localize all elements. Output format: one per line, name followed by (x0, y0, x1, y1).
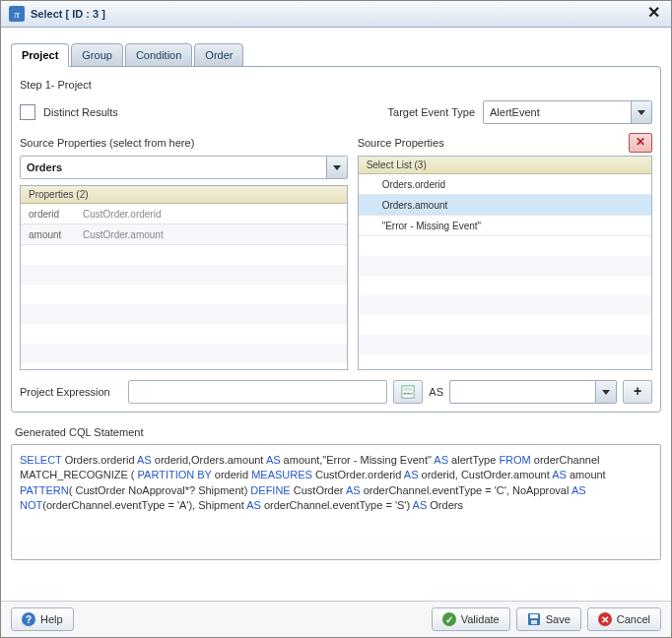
check-icon: ✓ (442, 612, 456, 626)
distinct-label: Distinct Results (43, 106, 118, 118)
property-path: CustOrder.orderid (83, 209, 161, 220)
svg-rect-7 (531, 620, 537, 624)
tab-project[interactable]: Project (11, 43, 69, 67)
property-row[interactable]: orderid CustOrder.orderid (21, 204, 347, 224)
window-title: Select [ ID : 3 ] (31, 8, 105, 20)
property-path: CustOrder.amount (83, 229, 164, 240)
select-list: Select List (3) Orders.orderid Orders.am… (358, 156, 652, 370)
step-label: Step 1- Project (20, 79, 652, 91)
generated-cql-text: SELECT Orders.orderid AS orderid,Orders.… (11, 444, 661, 560)
chevron-down-icon[interactable] (595, 381, 616, 403)
select-list-title: Source Properties (358, 137, 444, 149)
as-label: AS (429, 386, 443, 398)
property-row[interactable]: amount CustOrder.amount (21, 224, 347, 245)
validate-button[interactable]: ✓ Validate (432, 607, 510, 631)
source-properties-combo-value: Orders (21, 161, 326, 173)
svg-rect-4 (411, 393, 413, 395)
validate-button-label: Validate (461, 613, 500, 625)
chevron-down-icon[interactable] (326, 157, 347, 178)
project-expression-input[interactable] (128, 380, 387, 404)
svg-rect-2 (404, 393, 407, 395)
save-button[interactable]: Save (516, 607, 581, 631)
property-name: orderid (29, 209, 83, 220)
save-icon (527, 612, 541, 626)
distinct-checkbox[interactable] (20, 104, 35, 120)
target-event-type-value: AlertEvent (484, 106, 631, 118)
save-button-label: Save (546, 613, 571, 625)
delete-button[interactable]: ✕ (629, 133, 652, 153)
properties-group-header: Properties (2) (21, 186, 347, 204)
select-list-item[interactable]: Orders.amount (359, 195, 651, 216)
project-expression-label: Project Expression (20, 386, 122, 398)
generated-cql-label: Generated CQL Statement (15, 426, 661, 438)
select-list-item[interactable]: Orders.orderid (359, 174, 651, 195)
svg-rect-6 (530, 614, 538, 618)
close-icon[interactable]: ✕ (643, 4, 663, 24)
select-list-item[interactable]: "Error - Missing Event" (359, 216, 651, 236)
tab-order[interactable]: Order (194, 43, 243, 67)
tab-condition[interactable]: Condition (125, 43, 192, 67)
cancel-button-label: Cancel (617, 613, 650, 625)
select-list-group-header: Select List (3) (359, 157, 651, 174)
help-icon: ? (22, 612, 35, 626)
select-dialog: π Select [ ID : 3 ] ✕ Project Group Cond… (0, 0, 672, 638)
help-button-label: Help (40, 613, 63, 625)
tab-pane-project: Step 1- Project Distinct Results Target … (11, 66, 661, 413)
chevron-down-icon[interactable] (631, 101, 651, 123)
empty-rows (21, 245, 347, 369)
properties-list: Properties (2) orderid CustOrder.orderid… (20, 185, 348, 370)
pi-icon: π (9, 6, 25, 22)
footer: ? Help ✓ Validate Save ✕ Cancel (1, 601, 671, 637)
target-event-type-combo[interactable]: AlertEvent (483, 100, 652, 124)
svg-rect-3 (407, 393, 410, 395)
add-button[interactable]: + (623, 380, 652, 404)
tab-bar: Project Group Condition Order (11, 42, 661, 66)
as-combo[interactable] (449, 380, 617, 404)
expression-builder-button[interactable] (393, 380, 423, 404)
source-properties-title: Source Properties (select from here) (20, 137, 194, 149)
target-event-type-label: Target Event Type (388, 106, 475, 118)
cancel-button[interactable]: ✕ Cancel (587, 607, 661, 631)
source-properties-combo[interactable]: Orders (21, 157, 347, 178)
empty-rows (359, 236, 651, 369)
title-bar: π Select [ ID : 3 ] ✕ (1, 1, 671, 28)
cancel-icon: ✕ (598, 612, 612, 626)
property-name: amount (29, 229, 83, 240)
tab-group[interactable]: Group (71, 43, 123, 67)
help-button[interactable]: ? Help (11, 607, 74, 631)
svg-rect-1 (404, 388, 413, 392)
